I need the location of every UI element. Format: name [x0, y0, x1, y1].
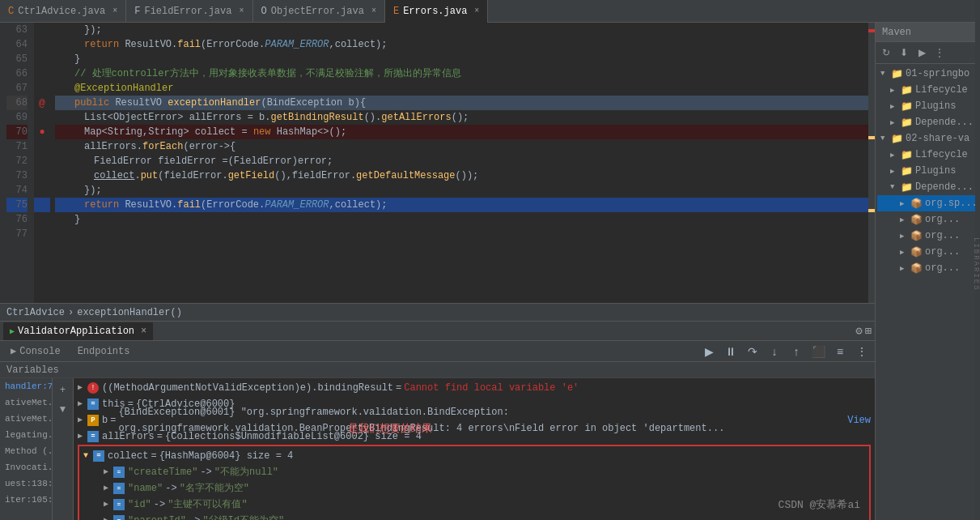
debug-btn-pause[interactable]: ⏸ [722, 343, 740, 360]
run-tab-bar: ▶ ValidatorApplication × ⚙ ⊞ [0, 322, 875, 341]
maven-item-5[interactable]: ▶ 📁 Lifecycle [877, 147, 978, 163]
tab-ctrladvice[interactable]: C CtrlAdvice.java × [0, 0, 126, 23]
maven-run-btn[interactable]: ▶ [914, 45, 930, 61]
maven-item-10[interactable]: ▶ 📦 org... [877, 228, 978, 244]
tab-errors[interactable]: E Errors.java × [385, 0, 488, 23]
maven-title: Maven [876, 23, 980, 42]
debug-btn-mute[interactable]: ≡ [831, 343, 849, 360]
expand-icon-10: ▶ [900, 232, 908, 241]
maven-refresh-btn[interactable]: ↻ [878, 45, 894, 61]
maven-item-8[interactable]: ▶ 📦 org.sp... [877, 195, 978, 211]
maven-folder-icon-1: 📁 [901, 84, 913, 96]
maven-label-1: Lifecycle [915, 84, 968, 96]
editor-scrollbar[interactable] [868, 23, 875, 303]
code-line-68: public ResultVO exceptionHandler(BindExc… [55, 96, 868, 110]
maven-pkg-icon-8: 📦 [910, 198, 923, 210]
maven-item-7[interactable]: ▼ 📁 Depende... [877, 179, 978, 195]
close-ctrladvice[interactable]: × [112, 6, 117, 15]
main-area: 63 64 65 66 67 68 69 70 71 72 73 74 75 7… [0, 23, 980, 520]
grid-icon[interactable]: ⊞ [865, 324, 872, 338]
tab-icon-fielderror: F [134, 6, 140, 17]
stack-item-3[interactable]: ativeMet... [0, 411, 52, 427]
code-line-74: }); [55, 183, 868, 198]
close-errors[interactable]: × [474, 6, 479, 15]
error-icon: ! [87, 382, 99, 394]
maven-label-12: org... [925, 262, 960, 274]
filter-btn[interactable]: ▼ [55, 401, 71, 417]
expand-icon-1: ▶ [890, 86, 898, 95]
left-debug-stack: handler:75: ativeMet... ativeMet... lega… [0, 378, 53, 520]
expand-icon-6: ▶ [890, 167, 898, 176]
maven-label-9: org... [925, 214, 960, 225]
maven-item-3[interactable]: ▶ 📁 Depende... [877, 114, 978, 130]
collect-section: ▼ = collect = {HashMap@6004} size = 4 ▶ … [78, 445, 871, 520]
stack-item-7[interactable]: uest:138: [0, 475, 52, 492]
variables-content-wrapper: handler:75: ativeMet... ativeMet... lega… [0, 378, 875, 520]
maven-item-6[interactable]: ▶ 📁 Plugins [877, 163, 978, 179]
settings-icon[interactable]: ⚙ [855, 324, 862, 338]
debug-btn-step-out[interactable]: ↑ [787, 343, 805, 360]
breakpoint-icon: ● [39, 126, 45, 138]
breadcrumb-method: exceptionHandler() [77, 307, 182, 318]
tab-bar: C CtrlAdvice.java × F FieldError.java × … [0, 0, 980, 23]
tab-icon-errors: E [393, 6, 399, 17]
endpoints-tab-label: Endpoints [78, 346, 130, 357]
stack-item-1[interactable]: handler:75: [0, 378, 52, 394]
stack-item-5[interactable]: Method (... [0, 443, 52, 459]
debug-btn-resume[interactable]: ▶ [700, 343, 718, 360]
close-fielderror[interactable]: × [239, 6, 244, 15]
console-tab[interactable]: ▶ Console [4, 343, 67, 360]
maven-toolbar: ↻ ⬇ ▶ ⋮ [876, 42, 980, 64]
maven-pkg-icon-12: 📦 [910, 262, 923, 275]
tab-objecterror[interactable]: O ObjectError.java × [253, 0, 385, 23]
variables-area: Variables handler:75: ativeMet... ativeM… [0, 362, 875, 520]
maven-folder-icon-2: 📁 [901, 100, 913, 113]
debug-btn-more[interactable]: ⋮ [853, 343, 871, 360]
debug-btn-step-into[interactable]: ↓ [766, 343, 783, 360]
expand-icon-12: ▶ [900, 264, 908, 273]
maven-item-12[interactable]: ▶ 📦 org... [877, 260, 978, 276]
endpoints-tab[interactable]: Endpoints [71, 343, 137, 360]
stack-item-2[interactable]: ativeMet... [0, 394, 52, 411]
maven-label-0: 01-springbo [906, 68, 969, 79]
debug-btn-step-over[interactable]: ↷ [744, 343, 762, 360]
maven-label-6: Plugins [915, 165, 956, 177]
run-tab-close[interactable]: × [141, 326, 146, 337]
add-watch-btn[interactable]: + [55, 381, 71, 398]
maven-download-btn[interactable]: ⬇ [896, 45, 912, 61]
maven-item-2[interactable]: ▶ 📁 Plugins [877, 98, 978, 114]
debug-tab-bar: ▶ Console Endpoints ▶ ⏸ ↷ ↓ ↑ ⬛ ≡ ⋮ [0, 341, 875, 362]
editor-area: 63 64 65 66 67 68 69 70 71 72 73 74 75 7… [0, 23, 875, 520]
maven-label-7: Depende... [915, 181, 974, 193]
stack-item-6[interactable]: Invocati... [0, 459, 52, 475]
maven-label-4: 02-share-va [906, 133, 969, 144]
tab-icon-objecterror: O [261, 6, 267, 17]
expand-icon-3: ▶ [890, 118, 898, 127]
stack-item-4[interactable]: legating... [0, 427, 52, 443]
maven-more-btn[interactable]: ⋮ [931, 45, 948, 61]
code-line-75: return ResultVO.fail(ErrorCode.PARAM_ERR… [55, 198, 868, 212]
view-link-b[interactable]: View [847, 412, 871, 428]
tab-fielderror[interactable]: F FieldError.java × [126, 0, 252, 23]
maven-item-11[interactable]: ▶ 📦 org... [877, 244, 978, 260]
code-line-70: Map<String,String> collect = new HashMap… [55, 125, 868, 139]
gutter-panel: @ ● [34, 23, 50, 303]
expand-icon-0: ▼ [880, 70, 889, 78]
maven-title-label: Maven [882, 27, 911, 38]
code-line-69: List<ObjectError> allErrors = b.getBindi… [55, 110, 868, 125]
var-item-name: ▶ = "name" -> "名字不能为空" [79, 480, 869, 497]
this-icon: = [87, 399, 99, 410]
maven-pkg-icon-11: 📦 [910, 246, 923, 258]
maven-item-0[interactable]: ▼ 📁 01-springbo [877, 66, 978, 82]
var-row-b: ▶ P b = {BindException@6001} "org.spring… [74, 412, 875, 428]
maven-label-5: Lifecycle [915, 149, 968, 160]
maven-item-9[interactable]: ▶ 📦 org... [877, 211, 978, 228]
maven-folder-icon-6: 📁 [901, 165, 913, 177]
maven-item-1[interactable]: ▶ 📁 Lifecycle [877, 82, 978, 98]
run-tab[interactable]: ▶ ValidatorApplication × [3, 322, 153, 340]
allerrors-icon: = [87, 431, 99, 442]
maven-item-4[interactable]: ▼ 📁 02-share-va [877, 130, 978, 147]
debug-btn-stop[interactable]: ⬛ [809, 343, 827, 360]
close-objecterror[interactable]: × [371, 6, 376, 15]
stack-item-8[interactable]: iter:105: [0, 492, 52, 508]
